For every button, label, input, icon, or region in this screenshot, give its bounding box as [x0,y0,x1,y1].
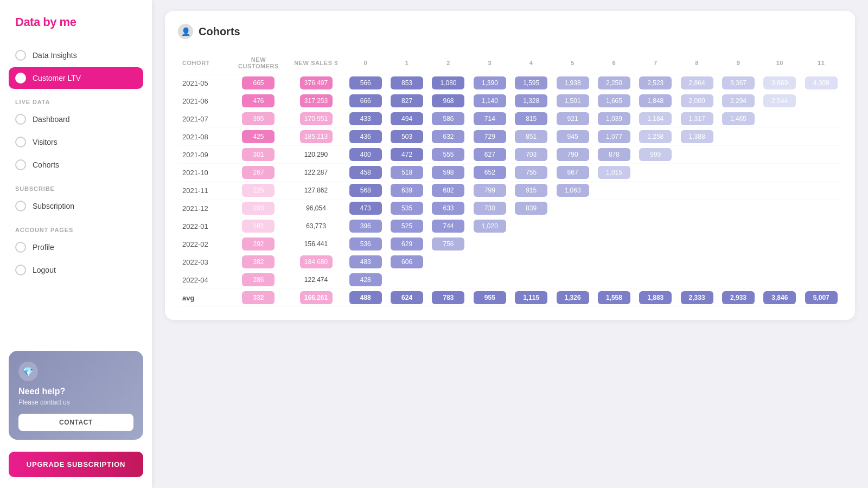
cell-period-5: 1,501 [552,92,593,110]
contact-button[interactable]: CONTACT [18,414,133,431]
cell-period-5: 790 [552,146,593,164]
cell-period-2: 632 [427,128,469,146]
cell-period-6 [593,235,635,253]
cell-period-4: 1,328 [510,92,552,110]
cell-cohort: 2021-12 [178,200,229,217]
cell-cohort: 2021-10 [178,164,229,182]
cell-new-customers: 286 [229,271,287,289]
cell-period-10 [759,146,800,164]
cell-period-0: 536 [345,235,386,253]
cell-period-8 [676,164,717,182]
cell-period-1: 624 [386,289,427,307]
cell-period-0: 566 [345,74,386,92]
cell-period-5: 1,326 [552,289,593,307]
cell-new-customers: 225 [229,182,287,200]
cell-period-2: 968 [427,92,469,110]
cell-period-0: 436 [345,128,386,146]
cell-period-8 [676,235,717,253]
cell-cohort: 2021-09 [178,146,229,164]
cell-period-4: 815 [510,110,552,128]
cell-period-10 [759,164,800,182]
nav-dot [15,201,26,211]
sidebar-item-data-insights[interactable]: Data Insights [9,44,143,66]
cell-period-11: 5,007 [801,289,842,307]
table-row: 2022-02292156,441536629756 [178,235,842,253]
cell-period-0: 473 [345,200,386,217]
cell-period-10 [759,200,800,217]
cell-period-10: 2,544 [759,92,800,110]
help-title: Need help? [18,387,133,396]
cell-new-sales: 122,287 [288,164,345,182]
cell-period-5 [552,271,593,289]
cell-period-7: 1,848 [635,92,676,110]
cell-new-sales: 63,773 [288,217,345,235]
cell-period-4 [510,235,552,253]
cell-period-9 [718,182,759,200]
sidebar-item-dashboard[interactable]: Dashboard [9,108,143,130]
cell-period-4 [510,253,552,271]
table-row: 2021-07395170,9514334945867148159211,039… [178,110,842,128]
th-period-1: 1 [386,52,427,74]
cell-period-3 [469,235,510,253]
cell-period-10 [759,110,800,128]
table-row: 2021-09301120,29040047255562770379087899… [178,146,842,164]
sidebar-item-label: Profile [33,243,54,252]
cell-period-8 [676,182,717,200]
cell-new-customers: 476 [229,92,287,110]
table-row: 2022-0116163,7733965257441,020 [178,217,842,235]
upgrade-button[interactable]: UPGRADE SUBSCRIPTION [9,452,143,477]
cell-new-customers: 332 [229,289,287,307]
table-row: 2021-1220396,054473535633730839 [178,200,842,217]
cell-new-customers: 267 [229,164,287,182]
table-header-row: COHORT NEW CUSTOMERS NEW SALES $ 0 1 2 3… [178,52,842,74]
sidebar-item-visitors[interactable]: Visitors [9,131,143,153]
cell-period-3 [469,271,510,289]
table-container: COHORT NEW CUSTOMERS NEW SALES $ 0 1 2 3… [178,52,842,307]
cell-period-6: 1,039 [593,110,635,128]
cell-period-6: 1,015 [593,164,635,182]
cell-period-8 [676,253,717,271]
cell-period-1: 518 [386,164,427,182]
cell-period-2: 555 [427,146,469,164]
cell-period-5: 1,938 [552,74,593,92]
cell-period-1: 827 [386,92,427,110]
sidebar-item-logout[interactable]: Logout [9,259,143,281]
card-title: Cohorts [199,25,240,38]
cell-period-2 [427,253,469,271]
cell-period-6: 1,665 [593,92,635,110]
cell-period-4 [510,217,552,235]
cell-period-11 [801,217,842,235]
section-label-subscribe: SUBSCRIBE [9,177,143,195]
th-cohort: COHORT [178,52,229,74]
cell-period-1: 853 [386,74,427,92]
app-logo: Data by me [0,0,152,40]
sidebar-item-subscription[interactable]: Subscription [9,195,143,217]
cell-period-10 [759,128,800,146]
cell-period-6 [593,253,635,271]
sidebar-item-cohorts[interactable]: Cohorts [9,154,143,176]
cell-period-3 [469,253,510,271]
cell-period-9 [718,164,759,182]
cell-period-9 [718,217,759,235]
cell-period-11 [801,164,842,182]
cell-period-5: 867 [552,164,593,182]
cell-period-3: 714 [469,110,510,128]
help-subtitle: Please contact us [18,399,133,406]
cell-period-9 [718,146,759,164]
cell-period-7 [635,200,676,217]
cell-period-1: 503 [386,128,427,146]
cell-period-7: 1,184 [635,110,676,128]
sidebar-item-profile[interactable]: Profile [9,236,143,258]
cell-period-4: 1,115 [510,289,552,307]
cell-period-10: 3,869 [759,74,800,92]
cell-new-customers: 665 [229,74,287,92]
cell-period-2: 756 [427,235,469,253]
cell-new-sales: 376,497 [288,74,345,92]
nav-dot [15,50,26,61]
cell-period-9: 3,367 [718,74,759,92]
cell-new-sales: 120,290 [288,146,345,164]
sidebar-item-customer-ltv[interactable]: Customer LTV [9,67,143,89]
cell-period-11 [801,110,842,128]
cell-period-3: 730 [469,200,510,217]
th-new-customers: NEW CUSTOMERS [229,52,287,74]
